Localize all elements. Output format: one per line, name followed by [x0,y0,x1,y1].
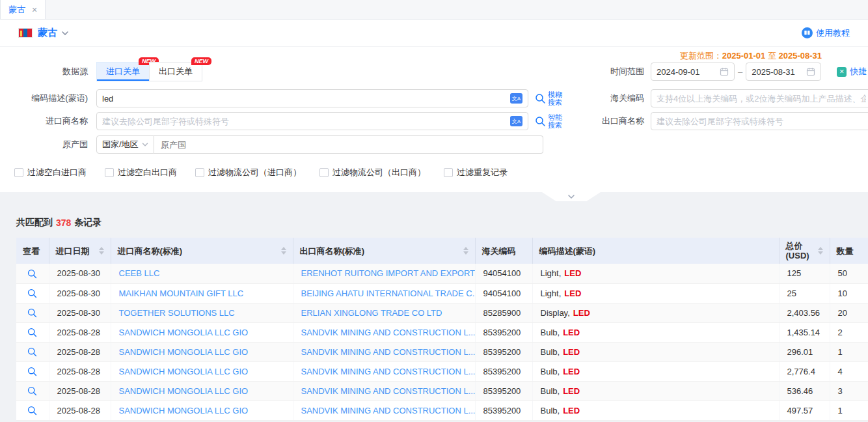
cell-exporter-link[interactable]: SANDVIK MINING AND CONSTRUCTION L... [301,367,476,376]
column-header-0[interactable]: 查看 [16,238,49,264]
code-desc-input-wrap: 文A [96,89,528,107]
document-tab-mongolia[interactable]: 蒙古 × [0,0,46,19]
sort-carets-icon[interactable] [463,247,468,255]
cell-hs-code: 85395200 [475,401,532,420]
cell-qty: 1 [830,342,868,361]
document-tab-label: 蒙古 [8,4,25,16]
view-record-button[interactable] [27,386,37,396]
sort-carets-icon[interactable] [281,247,286,255]
calendar-icon [806,67,815,76]
desc-highlight: LED [573,308,590,318]
sort-carets-icon[interactable] [99,247,104,255]
column-header-3[interactable]: 出口商名称(标准) [293,238,475,264]
close-icon[interactable]: × [32,5,37,14]
cell-importer-link[interactable]: SANDWICH MONGOLIA LLC GIO [119,406,249,415]
importer-input[interactable] [102,117,510,126]
cell-importer-link[interactable]: CEEB LLC [119,268,160,278]
cell-import-date: 2025-08-30 [49,264,111,283]
hs-code-input-wrap [651,89,868,107]
filter-checkbox-3[interactable]: 过滤物流公司（出口商） [319,167,426,178]
magnifier-icon [27,269,37,279]
cell-exporter-link[interactable]: ERLIAN XINGLONG TRADE CO LTD [301,308,442,318]
translate-icon[interactable]: 文A [510,116,522,126]
checkbox-icon[interactable] [105,168,114,177]
table-row: 2025-08-28 SANDWICH MONGOLIA LLC GIO SAN… [16,342,868,361]
quick-select-icon: ✕ [837,67,847,77]
origin-input[interactable] [161,140,536,150]
country-selector[interactable]: 蒙古 [38,27,57,39]
cell-exporter-link[interactable]: BEIJING AHATU INTERNATIONAL TRADE C... [301,288,476,298]
cell-description: Bulb,LED [532,361,779,381]
view-record-button[interactable] [27,269,37,279]
desc-text: Bulb, [541,347,560,357]
view-record-button[interactable] [27,367,37,376]
view-record-button[interactable] [27,406,37,415]
cell-hs-code: 94054100 [475,264,532,283]
chevron-down-icon[interactable] [61,29,69,37]
exporter-input-wrap [651,112,868,130]
column-header-5[interactable]: 编码描述(蒙语) [532,238,779,264]
checkbox-label: 过滤重复记录 [457,167,508,178]
app-header: 蒙古 使用教程 [0,20,868,47]
column-header-4[interactable]: 海关编码 [475,238,532,264]
cell-total: 1,435.14 [779,322,830,342]
cell-exporter-link[interactable]: SANDVIK MINING AND CONSTRUCTION L... [301,328,476,337]
column-header-2[interactable]: 进口商名称(标准) [111,238,293,264]
checkbox-icon[interactable] [195,168,204,177]
filter-checkbox-1[interactable]: 过滤空白出口商 [105,167,177,178]
hs-code-input[interactable] [657,94,866,104]
end-date-input[interactable]: 2025-08-31 [746,63,821,81]
view-record-button[interactable] [27,308,37,318]
cell-exporter-link[interactable]: SANDVIK MINING AND CONSTRUCTION L... [301,386,476,396]
origin-type-select[interactable]: 国家/地区 [96,135,154,154]
checkbox-icon[interactable] [319,168,329,177]
mongolia-flag-icon [18,28,33,38]
cell-total: 536.46 [779,381,830,401]
filter-row-code-desc: 编码描述(蒙语) 文A 模糊搜索 海关编码 [0,89,868,108]
hs-code-group: 海关编码 [558,89,868,108]
checkbox-label: 过滤物流公司（出口商） [332,167,426,178]
update-range-label: 更新范围： [680,51,722,61]
data-source-tab-0[interactable]: 进口关单 NEW [96,62,150,81]
column-header-1[interactable]: 进口日期 [49,238,111,264]
checkbox-icon[interactable] [14,168,23,177]
start-date-input[interactable]: 2024-09-01 [651,63,735,81]
search-icon [535,93,546,104]
origin-input-wrap [154,135,543,154]
quick-select-button[interactable]: ✕ 快捷 [837,66,867,77]
column-label: 总价 (USD) [786,241,815,260]
cell-exporter-link[interactable]: ERENHOT RUITONG IMPORT AND EXPORT ... [301,268,476,278]
checkbox-label: 过滤空白出口商 [118,167,177,178]
cell-import-date: 2025-08-28 [49,401,111,420]
quick-select-label: 快捷 [850,66,867,77]
view-record-button[interactable] [27,328,37,337]
cell-exporter-link[interactable]: SANDVIK MINING AND CONSTRUCTION L... [301,406,476,415]
filter-checkbox-2[interactable]: 过滤物流公司（进口商） [195,167,301,178]
cell-exporter-link[interactable]: SANDVIK MINING AND CONSTRUCTION L... [301,347,476,357]
code-desc-input[interactable] [102,94,510,104]
results-section: 共匹配到 378 条记录 查看 [0,192,868,421]
cell-importer-link[interactable]: SANDWICH MONGOLIA LLC GIO [119,386,249,396]
filter-checkbox-0[interactable]: 过滤空白进口商 [14,167,87,178]
view-record-button[interactable] [27,347,37,357]
tutorial-link[interactable]: 使用教程 [802,27,850,39]
cell-importer-link[interactable]: SANDWICH MONGOLIA LLC GIO [119,367,249,376]
data-source-tab-1[interactable]: 出口关单 NEW [149,62,202,81]
cell-importer-link[interactable]: SANDWICH MONGOLIA LLC GIO [119,347,249,357]
sort-carets-icon[interactable] [818,247,823,255]
cell-importer-link[interactable]: SANDWICH MONGOLIA LLC GIO [119,328,249,337]
column-label: 查看 [23,246,40,256]
cell-importer-link[interactable]: TOGETHER SOLUTIONS LLC [119,308,235,318]
data-source-label: 数据源 [0,66,88,77]
cell-total: 2,403.56 [779,303,830,322]
checkbox-icon[interactable] [444,168,453,177]
filter-checkbox-4[interactable]: 过滤重复记录 [444,167,508,178]
cell-importer-link[interactable]: MAIKHAN MOUNTAIN GIFT LLC [119,288,244,298]
time-range-group: 时间范围 2024-09-01 – 2025-08-31 ✕ 快捷 [558,61,867,82]
column-header-6[interactable]: 总价 (USD) [779,238,830,264]
view-record-button[interactable] [27,288,37,298]
new-badge: NEW [191,57,211,65]
exporter-input[interactable] [657,117,866,126]
translate-icon[interactable]: 文A [510,93,522,104]
column-header-7[interactable]: 数量 [830,238,868,264]
